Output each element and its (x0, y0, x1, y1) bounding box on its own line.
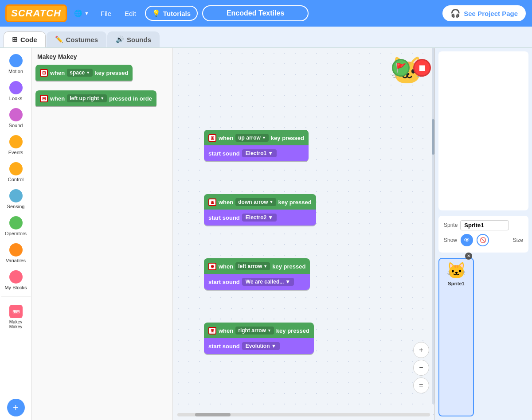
variables-label: Variables (6, 258, 26, 263)
sidebar-item-sound[interactable]: Sound (1, 105, 31, 131)
zoom-in-button[interactable]: + (413, 342, 429, 358)
sidebar-item-events[interactable]: Events (1, 132, 31, 158)
sprite-card-sprite1[interactable]: ✕ 🐱 Sprite1 (438, 258, 474, 417)
when-space-key-block[interactable]: ⊞ when space ▼ key pressed (35, 65, 133, 81)
zoom-out-button[interactable]: − (413, 360, 429, 376)
globe-button[interactable]: 🌐 ▼ (71, 8, 92, 19)
sound-label: Sound (9, 123, 23, 128)
show-label: Show (444, 237, 457, 243)
tab-sounds[interactable]: 🔊 Sounds (107, 31, 160, 47)
left-arrow-dropdown[interactable]: left arrow ▼ (235, 262, 270, 270)
stop-button[interactable]: ⏹ (413, 59, 431, 77)
tab-code[interactable]: ⊞ Code (4, 31, 46, 47)
see-project-button[interactable]: 🎧 See Project Page (442, 4, 527, 22)
sidebar-item-makey-makey[interactable]: ⊞⊞ MakeyMakey (1, 302, 31, 332)
menu-edit[interactable]: Edit (120, 8, 141, 19)
sidebar-item-looks[interactable]: Looks (1, 78, 31, 104)
events-label: Events (8, 150, 23, 155)
sprite-name-row: Sprite (444, 220, 523, 230)
right-arrow-dropdown[interactable]: right arrow ▼ (235, 327, 274, 334)
zoom-controls: + − = (413, 342, 429, 393)
we-are-called-dropdown[interactable]: We are called... ▼ (242, 278, 294, 286)
electro1-dropdown[interactable]: Electro1 ▼ (242, 149, 277, 157)
blocks-panel-title: Makey Makey (35, 53, 169, 60)
code-icon: ⊞ (12, 35, 18, 43)
sprite-card-label: Sprite1 (448, 281, 464, 286)
scratch-logo[interactable]: SCRATCH (5, 4, 67, 22)
motion-dot (9, 54, 23, 67)
down-arrow-dropdown[interactable]: down arrow ▼ (235, 198, 276, 206)
script-canvas[interactable]: 🐱 ⊞ when up arrow ▼ key pressed start so… (173, 48, 434, 420)
canvas-group-right-arrow: ⊞ when right arrow ▼ key pressed start s… (204, 323, 314, 354)
project-title-input[interactable] (202, 5, 309, 21)
sidebar-item-motion[interactable]: Motion (1, 51, 31, 77)
up-arrow-dropdown[interactable]: up arrow ▼ (235, 134, 269, 142)
start-sound-evolution-block[interactable]: start sound Evolution ▼ (204, 338, 314, 354)
when-right-arrow-block[interactable]: ⊞ when right arrow ▼ key pressed (204, 323, 314, 338)
add-extension-button[interactable]: + (7, 399, 25, 416)
show-hidden-button[interactable]: 🚫 (477, 234, 489, 246)
when-sequence-key-block[interactable]: ⊞ when left up right ▼ pressed in orde (35, 90, 156, 106)
show-visible-button[interactable]: 👁 (461, 234, 473, 246)
sidebar-item-operators[interactable]: Operators (1, 214, 31, 239)
blocks-panel: Makey Makey ⊞ when space ▼ key pressed ⊞… (32, 48, 173, 420)
sprite-card-image: 🐱 (446, 261, 466, 280)
space-key-dropdown[interactable]: space ▼ (67, 69, 93, 77)
makey-makey-label: MakeyMakey (9, 319, 22, 329)
green-flag-button[interactable]: 🚩 (392, 59, 410, 77)
my-blocks-dot (9, 270, 23, 284)
canvas-horizontal-scrollbar[interactable] (177, 413, 430, 416)
start-sound-electro1-block[interactable]: start sound Electro1 ▼ (204, 145, 309, 161)
sensing-label: Sensing (7, 204, 25, 209)
sprite-delete-button[interactable]: ✕ (465, 253, 472, 260)
control-label: Control (8, 177, 23, 182)
tutorials-button[interactable]: 💡 Tutorials (145, 6, 198, 21)
sidebar-item-sensing[interactable]: Sensing (1, 187, 31, 212)
makey-icon-g3: ⊞ (208, 263, 216, 270)
when-up-arrow-block[interactable]: ⊞ when up arrow ▼ key pressed (204, 130, 309, 146)
canvas-vertical-scrollbar[interactable] (432, 48, 434, 404)
sidebar-item-my-blocks[interactable]: My Blocks (1, 268, 31, 293)
makey-icon-2: ⊞ (40, 95, 48, 102)
makey-icon-g1: ⊞ (208, 134, 216, 142)
sequence-key-dropdown[interactable]: left up right ▼ (67, 94, 107, 102)
sprite-info-panel: Sprite Show 👁 🚫 Size (438, 216, 528, 253)
tabs-row: ⊞ Code ✏️ Costumes 🔊 Sounds (0, 27, 532, 48)
lightbulb-icon: 💡 (152, 9, 160, 17)
headphone-icon: 🎧 (450, 8, 460, 18)
block-group-space: ⊞ when space ▼ key pressed (35, 65, 169, 83)
operators-dot (9, 216, 23, 229)
right-panel: Sprite Show 👁 🚫 Size ✕ 🐱 Sprite1 (434, 48, 532, 420)
sound-dot (9, 108, 23, 121)
when-down-arrow-block[interactable]: ⊞ when down arrow ▼ key pressed (204, 194, 316, 210)
start-sound-we-are-called-block[interactable]: start sound We are called... ▼ (204, 274, 310, 290)
block-group-sequence: ⊞ when left up right ▼ pressed in orde (35, 90, 169, 109)
sprite-label: Sprite (444, 222, 458, 228)
canvas-scrollbar-thumb[interactable] (195, 413, 231, 416)
tab-costumes[interactable]: ✏️ Costumes (47, 31, 107, 47)
sidebar-item-variables[interactable]: Variables (1, 241, 31, 266)
categories-sidebar: Motion Looks Sound Events Control Sensin… (0, 48, 32, 420)
size-label: Size (513, 237, 523, 243)
makey-icon-1: ⊞ (40, 69, 48, 77)
canvas-group-up-arrow: ⊞ when up arrow ▼ key pressed start soun… (204, 130, 309, 161)
motion-label: Motion (8, 69, 23, 74)
electro2-dropdown[interactable]: Electro2 ▼ (242, 214, 277, 222)
start-sound-electro2-block[interactable]: start sound Electro2 ▼ (204, 210, 316, 226)
when-left-arrow-block[interactable]: ⊞ when left arrow ▼ key pressed (204, 258, 310, 274)
show-controls-row: Show 👁 🚫 Size (444, 234, 523, 246)
canvas-group-down-arrow: ⊞ when down arrow ▼ key pressed start so… (204, 194, 316, 226)
variables-dot (9, 243, 23, 257)
operators-label: Operators (5, 231, 27, 236)
zoom-fit-button[interactable]: = (413, 377, 429, 393)
my-blocks-label: My Blocks (4, 285, 27, 290)
evolution-dropdown[interactable]: Evolution ▼ (242, 342, 280, 350)
sidebar-item-control[interactable]: Control (1, 159, 31, 185)
canvas-vertical-scrollbar-thumb[interactable] (432, 119, 434, 155)
sidebar-divider (1, 296, 31, 297)
makey-makey-icon: ⊞⊞ (9, 305, 23, 318)
events-dot (9, 135, 23, 148)
menu-file[interactable]: File (96, 8, 116, 19)
makey-icon-g2: ⊞ (208, 198, 216, 206)
sprite-name-input[interactable] (460, 220, 509, 230)
